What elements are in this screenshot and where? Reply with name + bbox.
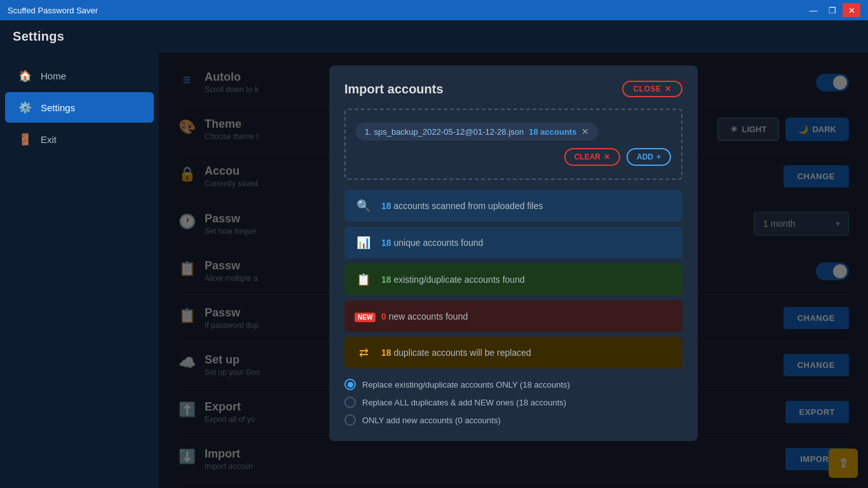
radio-label-replace-all: Replace ALL duplicates & add NEW ones (1… <box>362 398 566 407</box>
app-header: Settings <box>0 20 868 53</box>
sidebar-item-home[interactable]: 🏠 Home <box>5 60 154 91</box>
scan-dup-label: duplicate accounts will be replaced <box>393 348 531 358</box>
radio-options: Replace existing/duplicate accounts ONLY… <box>344 379 682 426</box>
scan-unique-text: 18 unique accounts found <box>381 238 483 248</box>
main-content: ≡ Autolo Scroll down to k 🎨 <box>159 53 868 488</box>
file-drop-zone[interactable]: 1. sps_backup_2022-05-12@01-12-28.json 1… <box>344 109 682 180</box>
app-title: Scuffed Password Saver <box>8 6 98 15</box>
new-badge: NEW <box>355 313 376 322</box>
scan-new-count: 0 <box>381 311 386 322</box>
scan-row-scanned: 🔍 18 accounts scanned from uploaded file… <box>344 190 682 222</box>
scan-row-existing: 📋 18 existing/duplicate accounts found <box>344 264 682 295</box>
scan-row-new: NEW 0 new accounts found <box>344 301 682 332</box>
modal-close-button[interactable]: CLOSE ✕ <box>622 81 682 97</box>
add-label: ADD <box>637 152 653 161</box>
sidebar-label-exit: Exit <box>41 134 57 145</box>
scan-new-text: 0 new accounts found <box>381 311 468 322</box>
file-chip: 1. sps_backup_2022-05-12@01-12-28.json 1… <box>356 123 598 140</box>
scan-dup-count: 18 <box>381 348 391 358</box>
radio-replace-existing[interactable]: Replace existing/duplicate accounts ONLY… <box>344 379 682 390</box>
title-bar-left: Scuffed Password Saver <box>8 6 98 15</box>
scan-scanned-count: 18 <box>381 201 391 211</box>
radio-circle-replace-all <box>344 396 356 408</box>
home-icon: 🏠 <box>18 69 32 83</box>
settings-icon: ⚙️ <box>18 100 32 114</box>
sidebar-label-settings: Settings <box>41 102 75 113</box>
radio-circle-add-new <box>344 414 356 426</box>
existing-icon: 📋 <box>355 273 372 287</box>
radio-label-add-new: ONLY add new accounts (0 accounts) <box>362 416 501 425</box>
modal-overlay: Import accounts CLOSE ✕ 1. sps_backup_20… <box>159 53 868 488</box>
radio-label-replace-existing: Replace existing/duplicate accounts ONLY… <box>362 380 570 390</box>
scan-existing-count: 18 <box>381 274 391 285</box>
minimize-button[interactable]: — <box>804 3 822 17</box>
add-button[interactable]: ADD + <box>627 148 671 166</box>
sidebar-item-exit[interactable]: 🚪 Exit <box>5 124 154 154</box>
file-chip-container: 1. sps_backup_2022-05-12@01-12-28.json 1… <box>356 123 671 148</box>
scan-row-unique: 📊 18 unique accounts found <box>344 227 682 259</box>
scan-existing-label: existing/duplicate accounts found <box>393 274 524 285</box>
import-modal: Import accounts CLOSE ✕ 1. sps_backup_20… <box>329 65 698 441</box>
radio-replace-all[interactable]: Replace ALL duplicates & add NEW ones (1… <box>344 396 682 408</box>
close-label: CLOSE <box>634 85 661 93</box>
clear-button[interactable]: CLEAR ✕ <box>564 148 620 166</box>
sidebar-item-settings[interactable]: ⚙️ Settings <box>5 92 154 123</box>
file-count: 18 accounts <box>529 127 576 137</box>
search-icon: 🔍 <box>355 199 372 213</box>
window-close-button[interactable]: ✕ <box>843 3 860 17</box>
clear-label: CLEAR <box>574 152 600 161</box>
title-bar-controls: — ❐ ✕ <box>804 3 860 17</box>
unique-icon: 📊 <box>355 236 372 250</box>
new-badge-icon: NEW <box>355 309 372 323</box>
radio-add-new[interactable]: ONLY add new accounts (0 accounts) <box>344 414 682 426</box>
clear-x-icon: ✕ <box>604 152 610 161</box>
scan-scanned-label: accounts scanned from uploaded files <box>393 201 543 211</box>
app-layout: Settings 🏠 Home ⚙️ Settings 🚪 Exit <box>0 20 868 488</box>
scan-dup-text: 18 duplicate accounts will be replaced <box>381 348 531 358</box>
file-chip-remove-button[interactable]: ✕ <box>581 126 589 137</box>
sidebar: 🏠 Home ⚙️ Settings 🚪 Exit <box>0 53 159 488</box>
radio-circle-replace-existing <box>344 379 356 390</box>
app-body: 🏠 Home ⚙️ Settings 🚪 Exit ≡ Aut <box>0 53 868 488</box>
scan-existing-text: 18 existing/duplicate accounts found <box>381 274 525 285</box>
scan-unique-count: 18 <box>381 238 391 248</box>
title-bar: Scuffed Password Saver — ❐ ✕ <box>0 0 868 20</box>
close-x-icon: ✕ <box>665 85 672 93</box>
scan-scanned-text: 18 accounts scanned from uploaded files <box>381 201 543 211</box>
scan-row-duplicate: ⇄ 18 duplicate accounts will be replaced <box>344 337 682 369</box>
replace-icon: ⇄ <box>355 346 372 360</box>
scan-new-label: new accounts found <box>389 311 468 322</box>
file-name: 1. sps_backup_2022-05-12@01-12-28.json <box>365 127 524 137</box>
scan-unique-label: unique accounts found <box>393 238 483 248</box>
add-plus-icon: + <box>656 152 661 161</box>
modal-header: Import accounts CLOSE ✕ <box>344 81 682 97</box>
drop-zone-actions: CLEAR ✕ ADD + <box>356 148 671 166</box>
sidebar-label-home: Home <box>41 71 66 81</box>
exit-icon: 🚪 <box>18 132 32 146</box>
maximize-button[interactable]: ❐ <box>824 3 841 17</box>
modal-title: Import accounts <box>344 82 444 97</box>
